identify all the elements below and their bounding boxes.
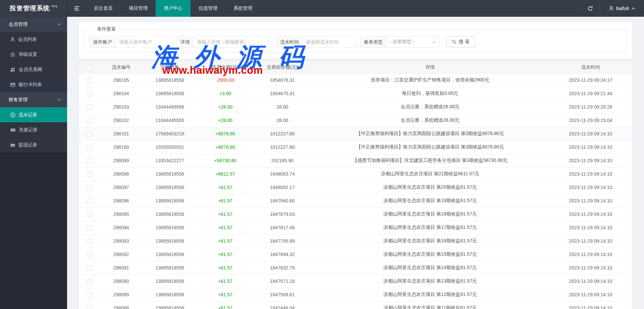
sidebar-item-member-list[interactable]: 会员列表 — [0, 32, 67, 47]
sidebar-section-members[interactable]: 会员管理 — [0, 17, 67, 32]
header-account: 交易对象 — [143, 62, 197, 73]
select-all-checkbox[interactable] — [87, 65, 92, 70]
table-row: 298092 13895818558 +61.57 1847694.32 凉都山… — [79, 248, 632, 261]
row-checkbox[interactable] — [87, 118, 92, 123]
nav-item-info[interactable]: 信息管理 — [191, 0, 225, 17]
time-cell: 2023-11-29 09:24:17 — [549, 73, 632, 87]
table-row: 298088 13895818558 +61.57 1847448.04 凉都山… — [79, 301, 632, 309]
row-checkbox[interactable] — [87, 265, 92, 271]
nav-item-system[interactable]: 系统管理 — [225, 0, 260, 17]
account-cell: 13344445556 — [143, 100, 197, 114]
user-menu[interactable]: baifu8 — [600, 0, 644, 17]
row-checkbox[interactable] — [87, 292, 92, 298]
flow-id-cell: 298093 — [99, 234, 143, 248]
row-checkbox[interactable] — [87, 158, 92, 164]
balance-cell: 1847879.03 — [254, 207, 311, 221]
amount-cell: +61.57 — [197, 181, 254, 194]
search-fieldset: 条件搜索 操作账户 详情 流水时间 账单类型 - 全部类型 - — [84, 26, 627, 53]
search-button-label: 搜 索 — [459, 39, 470, 45]
hamburger-icon[interactable] — [67, 0, 86, 17]
time-cell: 2023-11-29 09:14:10 — [549, 274, 632, 288]
time-input[interactable] — [303, 36, 356, 48]
app-logo: 投资管理系统 TP6 — [0, 0, 67, 17]
amount-cell: +61.57 — [197, 261, 254, 274]
detail-cell: 凉都山阿里生态农庄项目 第11期收益61.57元 — [311, 301, 549, 309]
cash-icon — [10, 142, 15, 148]
filter-account: 操作账户 — [90, 36, 173, 48]
svg-text:¥: ¥ — [11, 113, 14, 117]
account-cell: 17569453218 — [143, 127, 197, 140]
table-row: 298104 13895818558 +3.00 1854675.31 每日签到… — [79, 87, 632, 100]
row-checkbox[interactable] — [87, 105, 92, 110]
nav-item-dashboard[interactable]: 后台首页 — [86, 0, 121, 17]
row-checkbox[interactable] — [87, 239, 92, 244]
sidebar-item-recharge-log[interactable]: PayPal 充值记录 — [0, 122, 67, 137]
search-legend: 条件搜索 — [94, 26, 119, 32]
transaction-table-panel: 流水编号 交易对象 交易金额(元) 交易前余额(元) 详情 流水时间 29810… — [79, 62, 632, 309]
sidebar-section-finance[interactable]: 财务管理 — [0, 92, 67, 107]
account-cell: 13895818558 — [143, 248, 197, 261]
sidebar-item-member-network[interactable]: 会员关系网 — [0, 62, 67, 77]
row-checkbox[interactable] — [87, 185, 92, 190]
row-checkbox[interactable] — [87, 145, 92, 150]
table-header: 流水编号 交易对象 交易金额(元) 交易前余额(元) 详情 流水时间 — [79, 62, 632, 73]
row-checkbox[interactable] — [87, 172, 92, 177]
row-checkbox-cell — [79, 87, 99, 100]
time-cell: 2023-11-29 09:15:04 — [549, 114, 632, 127]
header-checkbox-cell — [79, 62, 99, 73]
flow-id-cell: 298101 — [99, 127, 143, 140]
row-checkbox-cell — [79, 140, 99, 154]
chevron-down-icon — [57, 92, 61, 107]
detail-cell: 凉都山阿里生态农庄项目 第16期收益61.57元 — [311, 234, 549, 248]
row-checkbox[interactable] — [87, 279, 92, 284]
flow-id-cell: 298098 — [99, 167, 143, 181]
header-time: 流水时间 — [549, 62, 632, 73]
filter-time: 流水时间 — [276, 36, 356, 48]
sidebar-item-label: 会员关系网 — [19, 67, 42, 73]
sidebar-item-label: 等级设置 — [18, 52, 37, 58]
balance-cell: 1847448.04 — [254, 301, 311, 309]
row-checkbox[interactable] — [87, 78, 92, 83]
type-select[interactable]: - 全部类型 - ▼ — [386, 36, 439, 48]
amount-cell: +61.57 — [197, 234, 254, 248]
time-cell: 2023-11-29 09:14:10 — [549, 221, 632, 234]
detail-cell: 【感恩节加推福利项目】河北建筑工程劳务分包项目 第3期收益58730.80元 — [311, 154, 549, 167]
filter-detail: 详情 — [177, 36, 272, 48]
nav-item-projects[interactable]: 项目管理 — [121, 0, 156, 17]
sidebar-item-withdraw-log[interactable]: 提现记录 — [0, 137, 67, 152]
row-checkbox[interactable] — [87, 212, 92, 217]
balance-cell: 1848002.17 — [254, 181, 311, 194]
table-row: 298089 13895818558 +61.57 1847509.61 凉都山… — [79, 288, 632, 301]
detail-cell: 凉都山阿里生态农庄项目 第19期收益61.57元 — [311, 194, 549, 207]
row-checkbox-cell — [79, 221, 99, 234]
row-checkbox[interactable] — [87, 306, 92, 309]
balance-cell: 1847509.61 — [254, 288, 311, 301]
row-checkbox[interactable] — [87, 198, 92, 204]
detail-input[interactable] — [194, 36, 272, 48]
search-button[interactable]: 搜 索 — [446, 36, 475, 48]
sidebar-item-level-settings[interactable]: 等级设置 — [0, 47, 67, 62]
amount-cell: +61.57 — [197, 221, 254, 234]
balance-cell: 1847694.32 — [254, 248, 311, 261]
account-input[interactable] — [116, 36, 173, 48]
sidebar-item-transaction-log[interactable]: ¥ 流水记录 — [0, 107, 67, 122]
row-checkbox-cell — [79, 207, 99, 221]
table-row: 298096 13895818558 +61.57 1847940.60 凉都山… — [79, 194, 632, 207]
table-body: 298105 13895818558 -2900.00 1854678.31 投… — [79, 73, 632, 309]
row-checkbox[interactable] — [87, 225, 92, 231]
row-checkbox[interactable] — [87, 91, 92, 97]
balance-cell: 1847571.18 — [254, 274, 311, 288]
flow-id-cell: 298096 — [99, 194, 143, 207]
flow-id-cell: 298091 — [99, 261, 143, 274]
header-amount: 交易金额(元) — [197, 62, 254, 73]
sidebar-item-bank-cards[interactable]: 银行卡列表 — [0, 77, 67, 92]
amount-cell: +61.57 — [197, 274, 254, 288]
balance-cell: 1847940.60 — [254, 194, 311, 207]
nav-item-user-center[interactable]: 用户中心 — [156, 0, 191, 17]
time-cell: 2023-11-29 09:14:10 — [549, 207, 632, 221]
row-checkbox[interactable] — [87, 252, 92, 257]
detail-cell: 会员注册，系统赠送28.00元 — [311, 114, 549, 127]
refresh-icon[interactable] — [580, 0, 600, 17]
table-row: 298090 13895818558 +61.57 1847571.18 凉都山… — [79, 274, 632, 288]
row-checkbox[interactable] — [87, 131, 92, 137]
